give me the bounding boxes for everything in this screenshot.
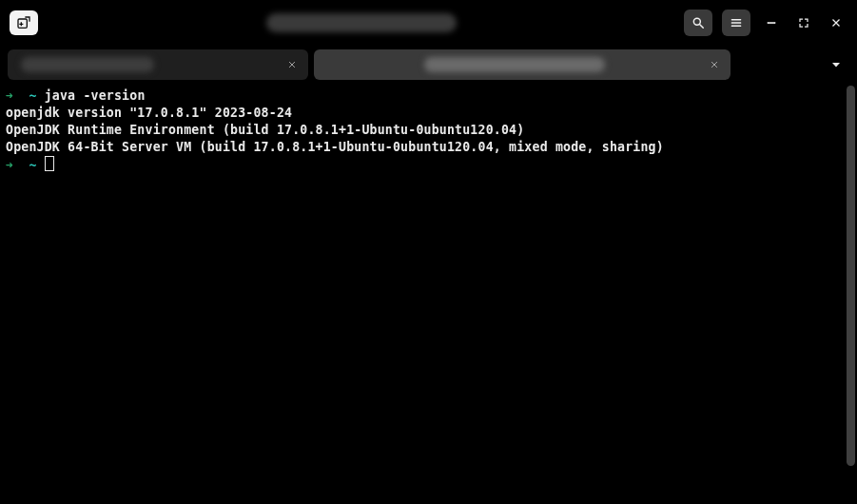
menu-button[interactable] [722, 10, 750, 36]
prompt-path: ~ [29, 158, 36, 172]
output-line: OpenJDK Runtime Environment (build 17.0.… [6, 122, 847, 139]
window-title-text [266, 13, 457, 32]
chevron-down-icon [830, 59, 842, 70]
svg-rect-3 [731, 19, 742, 21]
terminal-window: ➜ ~ java -versionopenjdk version "17.0.8… [0, 0, 857, 504]
new-tab-button[interactable] [10, 10, 38, 35]
svg-rect-5 [731, 26, 742, 28]
window-close-button[interactable] [825, 11, 847, 34]
close-icon [830, 17, 842, 29]
tab-2[interactable] [314, 49, 730, 80]
maximize-icon [798, 17, 809, 29]
svg-rect-6 [768, 23, 775, 24]
minimize-button[interactable] [760, 11, 783, 34]
menu-icon [730, 16, 743, 29]
new-tab-icon [16, 15, 31, 30]
prompt-arrow: ➜ [6, 158, 13, 172]
output-line: OpenJDK 64-Bit Server VM (build 17.0.8.1… [6, 139, 847, 156]
terminal-area: ➜ ~ java -versionopenjdk version "17.0.8… [0, 84, 857, 504]
terminal-output[interactable]: ➜ ~ java -versionopenjdk version "17.0.8… [0, 84, 857, 504]
tab-1-label [21, 57, 154, 72]
prompt-line: ➜ ~ java -version [6, 87, 847, 105]
minimize-icon [766, 17, 777, 29]
search-button[interactable] [684, 10, 712, 36]
entered-command: java -version [45, 88, 146, 103]
svg-rect-0 [18, 19, 27, 28]
titlebar [0, 0, 857, 46]
output-line: openjdk version "17.0.8.1" 2023-08-24 [6, 105, 847, 122]
titlebar-actions [684, 10, 847, 36]
svg-rect-4 [731, 22, 742, 24]
prompt-line: ➜ ~ [6, 156, 847, 174]
maximize-button[interactable] [792, 11, 815, 34]
tabs-dropdown-button[interactable] [823, 51, 849, 78]
close-icon [710, 60, 719, 69]
tab-2-close-button[interactable] [706, 56, 723, 73]
tab-2-label [424, 57, 605, 72]
tab-1[interactable] [8, 49, 308, 80]
close-icon [287, 60, 297, 69]
tab-strip [0, 46, 857, 84]
prompt-arrow: ➜ [6, 88, 13, 103]
svg-line-2 [700, 25, 704, 29]
tab-1-close-button[interactable] [283, 56, 301, 73]
scrollbar-thumb[interactable] [847, 86, 855, 466]
window-title [48, 13, 674, 32]
search-icon [691, 16, 705, 29]
prompt-path: ~ [29, 88, 36, 103]
cursor [45, 156, 54, 171]
